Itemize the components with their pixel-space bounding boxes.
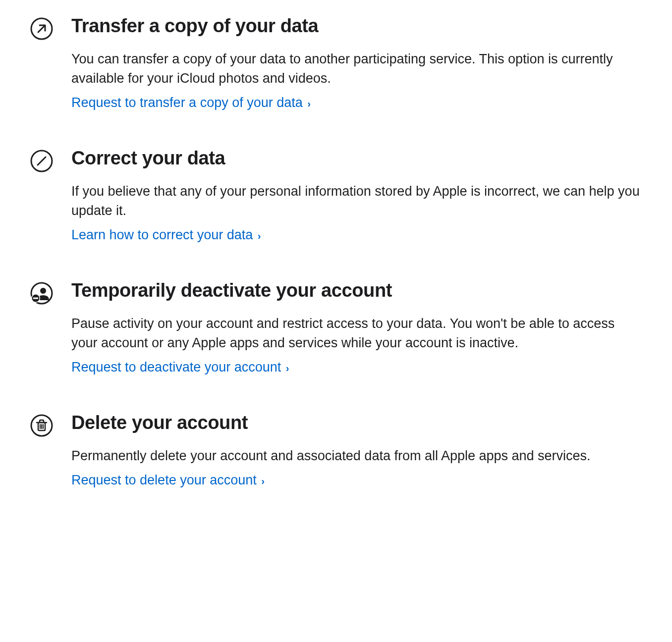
section-title: Correct your data: [71, 147, 642, 170]
section-transfer-data: Transfer a copy of your data You can tra…: [30, 15, 642, 112]
link-text: Request to delete your account: [71, 473, 257, 487]
section-content: Correct your data If you believe that an…: [71, 147, 642, 245]
chevron-right-icon: ›: [283, 363, 289, 374]
chevron-right-icon: ›: [259, 476, 265, 486]
section-content: Delete your account Permanently delete y…: [71, 412, 642, 490]
section-content: Temporarily deactivate your account Paus…: [71, 279, 642, 377]
section-description: If you believe that any of your personal…: [71, 182, 642, 220]
svg-point-5: [40, 288, 46, 294]
section-deactivate-account: Temporarily deactivate your account Paus…: [30, 279, 642, 377]
delete-account-link[interactable]: Request to delete your account ›: [71, 471, 265, 490]
svg-rect-8: [33, 298, 38, 299]
trash-circle-icon: [30, 414, 54, 437]
section-title: Temporarily deactivate your account: [71, 279, 642, 302]
correct-data-link[interactable]: Learn how to correct your data ›: [71, 225, 261, 245]
section-title: Transfer a copy of your data: [71, 15, 642, 38]
section-correct-data: Correct your data If you believe that an…: [30, 147, 642, 245]
section-description: Pause activity on your account and restr…: [71, 314, 642, 353]
section-description: You can transfer a copy of your data to …: [71, 50, 642, 88]
arrow-up-right-circle-icon: [30, 17, 54, 41]
chevron-right-icon: ›: [255, 230, 261, 241]
svg-line-1: [38, 26, 45, 32]
section-description: Permanently delete your account and asso…: [71, 446, 642, 466]
deactivate-account-link[interactable]: Request to deactivate your account ›: [71, 358, 289, 377]
section-title: Delete your account: [71, 412, 642, 434]
section-delete-account: Delete your account Permanently delete y…: [30, 412, 642, 490]
transfer-data-link[interactable]: Request to transfer a copy of your data …: [71, 93, 311, 112]
link-text: Request to transfer a copy of your data: [71, 95, 303, 110]
chevron-right-icon: ›: [305, 98, 311, 109]
svg-line-3: [38, 157, 46, 165]
person-minus-icon: [30, 281, 54, 305]
link-text: Learn how to correct your data: [71, 227, 253, 242]
pencil-circle-icon: [30, 149, 54, 173]
link-text: Request to deactivate your account: [71, 360, 281, 374]
section-content: Transfer a copy of your data You can tra…: [71, 15, 642, 112]
